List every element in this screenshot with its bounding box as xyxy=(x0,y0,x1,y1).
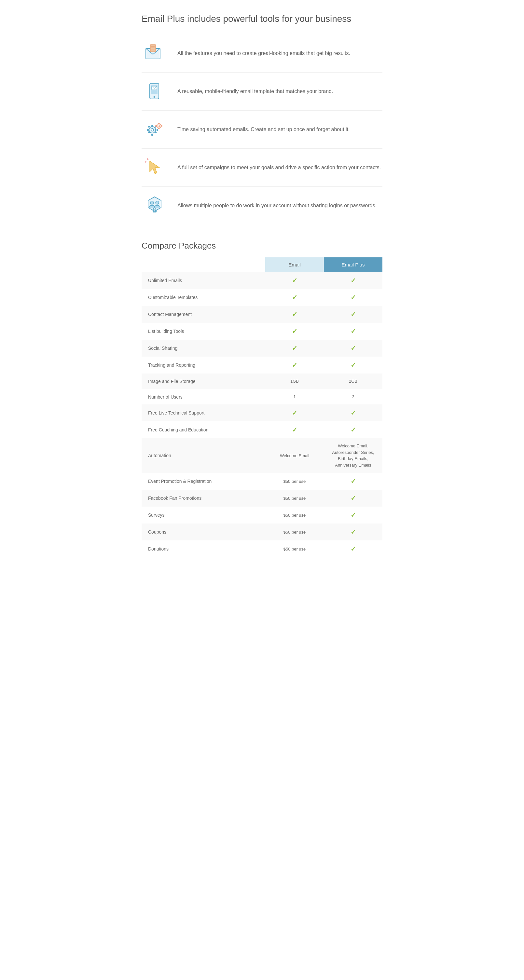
email-cell: Welcome Email xyxy=(265,438,324,473)
table-row: Donations$50 per use✓ xyxy=(142,541,382,557)
check-icon: ✓ xyxy=(350,478,356,485)
table-row: Social Sharing✓✓ xyxy=(142,340,382,356)
email-cell: $50 per use xyxy=(265,541,324,557)
svg-rect-22 xyxy=(158,128,160,129)
feature-cell: Automation xyxy=(142,438,265,473)
table-row: Free Live Technical Support✓✓ xyxy=(142,404,382,422)
emailplus-cell: ✓ xyxy=(324,422,382,438)
table-row: AutomationWelcome EmailWelcome Email, Au… xyxy=(142,438,382,473)
email-cell: ✓ xyxy=(265,356,324,374)
features-list: All the features you need to create grea… xyxy=(142,35,382,224)
feature-item-users: Allows multiple people to do work in you… xyxy=(142,187,382,224)
check-icon: ✓ xyxy=(292,277,298,284)
feature-cell: Coupons xyxy=(142,523,265,541)
feature-cell: Image and File Storage xyxy=(142,374,265,389)
mobile-icon xyxy=(142,78,167,105)
feature-text-campaigns: A full set of campaigns to meet your goa… xyxy=(177,164,381,172)
svg-point-20 xyxy=(158,125,160,127)
col-emailplus-header: Email Plus xyxy=(324,257,382,272)
feature-cell: Event Promotion & Registration xyxy=(142,473,265,490)
email-cell: $50 per use xyxy=(265,523,324,541)
check-icon: ✓ xyxy=(350,409,356,417)
feature-cell: Donations xyxy=(142,541,265,557)
svg-point-7 xyxy=(154,96,155,98)
email-cell: 1GB xyxy=(265,374,324,389)
table-row: List building Tools✓✓ xyxy=(142,323,382,340)
check-icon: ✓ xyxy=(350,528,356,536)
feature-cell: Social Sharing xyxy=(142,340,265,356)
feature-cell: Tracking and Reporting xyxy=(142,356,265,374)
feature-cell: Free Live Technical Support xyxy=(142,404,265,422)
svg-rect-13 xyxy=(147,129,149,131)
check-icon: ✓ xyxy=(292,294,298,301)
emailplus-cell: 2GB xyxy=(324,374,382,389)
emailplus-cell: ✓ xyxy=(324,340,382,356)
feature-item-email: All the features you need to create grea… xyxy=(142,35,382,73)
check-icon: ✓ xyxy=(350,345,356,352)
svg-rect-21 xyxy=(158,123,160,124)
svg-point-10 xyxy=(151,129,154,131)
table-row: Customizable Templates✓✓ xyxy=(142,289,382,306)
users-icon xyxy=(142,192,167,219)
table-row: Contact Management✓✓ xyxy=(142,306,382,323)
feature-cell: List building Tools xyxy=(142,323,265,340)
automation-icon xyxy=(142,116,167,143)
table-row: Number of Users13 xyxy=(142,389,382,405)
svg-rect-14 xyxy=(156,129,158,131)
check-icon: ✓ xyxy=(350,328,356,335)
check-icon: ✓ xyxy=(292,345,298,352)
svg-marker-25 xyxy=(150,161,159,174)
check-icon: ✓ xyxy=(350,545,356,552)
feature-cell: Unlimited Emails xyxy=(142,272,265,289)
emailplus-cell: ✓ xyxy=(324,541,382,557)
svg-rect-23 xyxy=(156,125,157,127)
feature-text-users: Allows multiple people to do work in you… xyxy=(177,202,377,210)
feature-item-mobile: A reusable, mobile-friendly email templa… xyxy=(142,73,382,111)
col-email-header: Email xyxy=(265,257,324,272)
emailplus-cell: ✓ xyxy=(324,289,382,306)
svg-rect-11 xyxy=(151,125,153,127)
email-cell: $50 per use xyxy=(265,507,324,523)
email-cell: ✓ xyxy=(265,306,324,323)
check-icon: ✓ xyxy=(350,277,356,284)
svg-point-32 xyxy=(156,201,159,204)
feature-text-email: All the features you need to create grea… xyxy=(177,49,350,57)
emailplus-cell: ✓ xyxy=(324,272,382,289)
table-row: Tracking and Reporting✓✓ xyxy=(142,356,382,374)
table-row: Surveys$50 per use✓ xyxy=(142,507,382,523)
emailplus-cell: Welcome Email, Autoresponder Series, Bir… xyxy=(324,438,382,473)
svg-point-31 xyxy=(150,201,154,204)
svg-point-34 xyxy=(154,210,155,212)
check-icon: ✓ xyxy=(350,294,356,301)
emailplus-cell: ✓ xyxy=(324,323,382,340)
table-row: Free Coaching and Education✓✓ xyxy=(142,422,382,438)
emailplus-cell: ✓ xyxy=(324,356,382,374)
hero-title: Email Plus includes powerful tools for y… xyxy=(142,13,382,25)
email-cell: ✓ xyxy=(265,323,324,340)
feature-cell: Contact Management xyxy=(142,306,265,323)
check-icon: ✓ xyxy=(292,409,298,417)
check-icon: ✓ xyxy=(350,495,356,502)
feature-text-automation: Time saving automated emails. Create and… xyxy=(177,126,350,134)
check-icon: ✓ xyxy=(292,328,298,335)
emailplus-cell: ✓ xyxy=(324,306,382,323)
col-feature-header xyxy=(142,257,265,272)
feature-text-mobile: A reusable, mobile-friendly email templa… xyxy=(177,88,333,95)
table-row: Unlimited Emails✓✓ xyxy=(142,272,382,289)
email-cell: ✓ xyxy=(265,404,324,422)
email-cell: ✓ xyxy=(265,422,324,438)
table-row: Event Promotion & Registration$50 per us… xyxy=(142,473,382,490)
feature-cell: Free Coaching and Education xyxy=(142,422,265,438)
check-icon: ✓ xyxy=(350,361,356,369)
compare-title: Compare Packages xyxy=(142,241,382,251)
emailplus-cell: ✓ xyxy=(324,473,382,490)
feature-cell: Customizable Templates xyxy=(142,289,265,306)
feature-cell: Number of Users xyxy=(142,389,265,405)
email-cell: ✓ xyxy=(265,272,324,289)
email-cell: ✓ xyxy=(265,289,324,306)
emailplus-cell: 3 xyxy=(324,389,382,405)
check-icon: ✓ xyxy=(292,361,298,369)
emailplus-cell: ✓ xyxy=(324,507,382,523)
table-row: Facebook Fan Promotions$50 per use✓ xyxy=(142,490,382,507)
email-icon xyxy=(142,40,167,66)
